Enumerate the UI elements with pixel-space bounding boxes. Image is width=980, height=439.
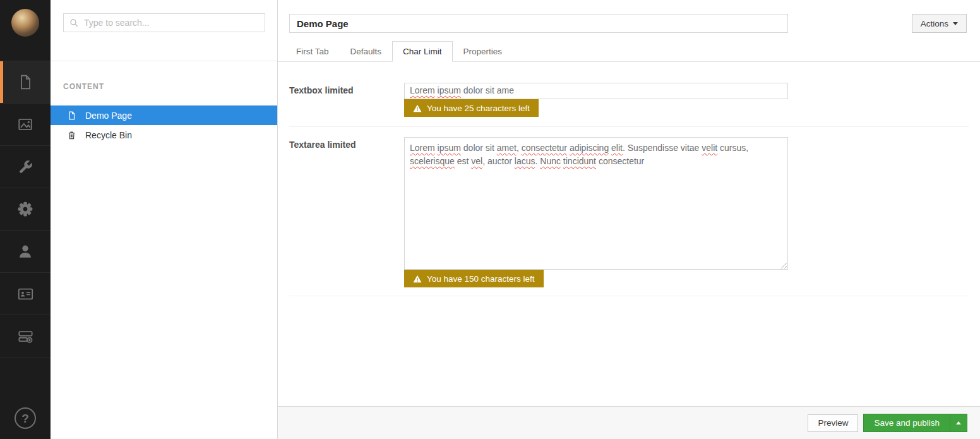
textbox-limited-input[interactable]: Lorem ipsum dolor sit ame [404,83,788,99]
app-window: ? CONTENT Demo Page [0,0,980,439]
property-label: Textbox limited [289,83,404,117]
tree-items: Demo Page Recycle Bin [51,105,277,145]
content-tree-panel: CONTENT Demo Page Recycl [51,0,278,439]
property-row-textbox-limited: Textbox limited Lorem ipsum dolor sit am… [289,83,969,117]
tree-item-label: Recycle Bin [85,130,132,140]
property-label: Textarea limited [289,137,404,287]
user-avatar-box [0,0,51,61]
textarea-resize-handle[interactable] [780,262,787,268]
sidebar-item-settings[interactable] [0,146,51,188]
actions-button-label: Actions [921,19,948,28]
caret-up-icon [956,421,961,424]
search-icon [69,18,79,28]
caret-down-icon [953,22,958,25]
row-divider [289,126,969,127]
editor-footer: Preview Save and publish [278,406,980,439]
tree-item-label: Demo Page [85,111,132,121]
wrench-icon [18,159,33,175]
warning-text: You have 150 characters left [427,274,535,284]
char-limit-warning: You have 150 characters left [404,270,544,287]
editor-body: Textbox limited Lorem ipsum dolor sit am… [278,83,980,296]
char-limit-warning: You have 25 characters left [404,99,539,117]
tab-first-tab[interactable]: First Tab [285,41,340,62]
sidebar-item-forms[interactable] [0,315,51,358]
sidebar-item-content[interactable] [0,61,51,104]
tree-section-label: CONTENT [63,82,277,91]
active-section-indicator [0,61,3,103]
sidebar-item-members[interactable] [0,273,51,315]
tree-item-demo-page[interactable]: Demo Page [51,105,277,125]
warning-text: You have 25 characters left [427,104,530,113]
editor-header: Actions First Tab Defaults Char Limit Pr… [278,0,980,62]
avatar[interactable] [11,9,39,37]
textarea-limited-input[interactable]: Lorem ipsum dolor sit amet, consectetur … [404,137,788,270]
help-icon: ? [15,407,36,429]
document-icon [67,111,76,121]
property-row-textarea-limited: Textarea limited Lorem ipsum dolor sit a… [289,137,969,287]
search-input[interactable] [63,13,265,32]
tray-spacer [0,358,51,397]
id-card-icon [17,286,34,303]
actions-button[interactable]: Actions [912,14,967,33]
warning-icon [413,104,422,112]
sidebar-item-developer[interactable] [0,188,51,231]
warning-icon [413,275,422,283]
user-icon [17,243,33,260]
save-and-publish-split-button: Save and publish [863,414,967,432]
trash-icon [67,130,76,140]
row-divider [289,296,969,296]
app-tray: ? [0,0,51,439]
sidebar-item-help[interactable]: ? [0,397,51,439]
tree-item-recycle-bin[interactable]: Recycle Bin [51,125,277,145]
page-title-input[interactable] [289,14,788,33]
save-options-toggle[interactable] [950,414,967,431]
save-and-publish-button[interactable]: Save and publish [864,414,950,431]
sidebar-item-users[interactable] [0,231,51,273]
document-icon [17,74,33,90]
image-icon [17,116,33,133]
tab-bar: First Tab Defaults Char Limit Properties [278,41,980,62]
server-add-icon [17,328,34,345]
tab-defaults[interactable]: Defaults [340,41,393,62]
tree-search-area [51,0,277,61]
gear-icon [17,201,33,217]
sidebar-item-media[interactable] [0,104,51,146]
preview-button[interactable]: Preview [808,414,858,432]
tab-char-limit[interactable]: Char Limit [392,41,453,62]
tab-properties[interactable]: Properties [453,41,513,62]
content-editor: Actions First Tab Defaults Char Limit Pr… [278,0,980,439]
